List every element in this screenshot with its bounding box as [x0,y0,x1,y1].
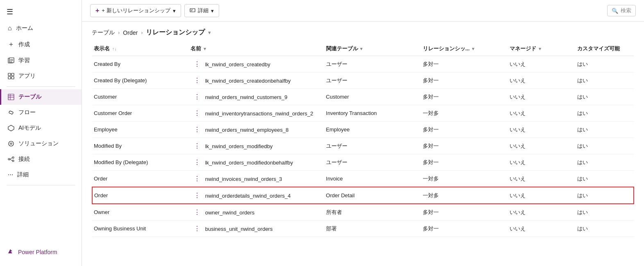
table-row[interactable]: Order ⋮ nwind_invoices_nwind_orders_3 In… [92,171,634,187]
cell-managed: いいえ [508,56,576,72]
details-icon: ··· [8,171,13,178]
power-platform-item[interactable]: Power Platform [7,244,75,259]
col-header-relationship-type[interactable]: リレーションシッ... ▾ [421,42,508,56]
svg-point-16 [8,158,10,160]
table-row[interactable]: Customer Order ⋮ nwind_inventorytransact… [92,105,634,122]
table-row[interactable]: Owner ⋮ owner_nwind_orders 所有者 多対一 いいえ は… [92,204,634,221]
sidebar-item-ai-models[interactable]: AIモデル [0,120,82,136]
sidebar-item-details[interactable]: ··· 詳細 [0,167,82,183]
cell-name: ⋮ lk_nwind_orders_modifiedonbehalfby [189,154,324,171]
table-row[interactable]: Owning Business Unit ⋮ business_unit_nwi… [92,221,634,237]
cell-managed: いいえ [508,171,576,187]
table-row[interactable]: Order ⋮ nwind_orderdetails_nwind_orders_… [92,187,634,204]
cell-managed: いいえ [508,187,576,204]
cell-display-name: Owner [92,204,189,221]
row-dots-menu[interactable]: ⋮ [190,126,204,133]
row-dots-menu[interactable]: ⋮ [190,93,204,100]
sidebar-item-tables[interactable]: テーブル [0,89,82,105]
cell-display-name: Customer Order [92,105,189,122]
col-header-managed[interactable]: マネージド ▾ [508,42,576,56]
table-row[interactable]: Modified By ⋮ lk_nwind_orders_modifiedby… [92,138,634,154]
sidebar-item-label: 詳細 [17,171,29,178]
row-dots-menu[interactable]: ⋮ [190,142,204,149]
relationships-table: 表示名 ↑↓ 名前 ▾ 関連テーブル ▾ リレーションシッ... ▾ [92,42,634,237]
cell-display-name: Created By (Delegate) [92,72,189,89]
row-dots-menu[interactable]: ⋮ [190,61,204,68]
plus-icon: + [95,7,99,14]
cell-name: ⋮ lk_nwind_orders_createdonbehalfby [189,72,324,89]
cell-display-name: Order [92,187,189,204]
search-box[interactable]: 🔍 検索 [607,5,636,16]
breadcrumb-dropdown-icon[interactable]: ▾ [208,29,211,36]
breadcrumb-current: リレーションシップ [146,28,205,37]
cell-display-name: Modified By [92,138,189,154]
col-header-name[interactable]: 名前 ▾ [189,42,324,56]
cell-managed: いいえ [508,154,576,171]
svg-point-15 [10,143,12,144]
ai-models-icon [8,125,14,131]
new-relationship-button[interactable]: + + 新しいリレーションシップ ▾ [90,4,181,17]
table-row[interactable]: Employee ⋮ nwind_orders_nwind_employees_… [92,122,634,138]
cell-customizable: はい [576,221,634,237]
breadcrumb-order[interactable]: Order [123,29,138,36]
row-dots-menu[interactable]: ⋮ [190,110,204,117]
cell-customizable: はい [576,187,634,204]
svg-line-19 [10,158,12,160]
table-row[interactable]: Created By (Delegate) ⋮ lk_nwind_orders_… [92,72,634,89]
breadcrumb-chevron-1: › [118,29,120,36]
cell-customizable: はい [576,89,634,105]
cell-customizable: はい [576,122,634,138]
col-header-related-table[interactable]: 関連テーブル ▾ [324,42,421,56]
new-relationship-chevron: ▾ [173,8,176,14]
details-button[interactable]: 詳細 ▾ [184,4,219,17]
menu-icon[interactable]: ☰ [0,3,82,20]
sidebar-item-apps[interactable]: アプリ [0,68,82,84]
sidebar-item-learn[interactable]: 学習 [0,53,82,68]
cell-related-table: 部署 [324,221,421,237]
cell-name: ⋮ owner_nwind_orders [189,204,324,221]
row-dots-menu[interactable]: ⋮ [190,159,204,166]
cell-customizable: はい [576,138,634,154]
cell-name: ⋮ nwind_inventorytransactions_nwind_orde… [189,105,324,122]
topbar: + + 新しいリレーションシップ ▾ 詳細 ▾ 🔍 検索 [82,0,644,22]
sidebar-item-flows[interactable]: フロー [0,105,82,120]
chevron-icon-managed: ▾ [539,46,541,51]
cell-related-table: Employee [324,122,421,138]
sidebar-item-label: フロー [18,109,36,116]
breadcrumb-tables[interactable]: テーブル [92,29,115,36]
sidebar-item-home[interactable]: ⌂ ホーム [0,20,82,36]
chevron-icon-name: ▾ [204,46,206,51]
power-platform-icon [7,248,14,256]
sidebar-item-connections[interactable]: 接続 [0,151,82,167]
sidebar-item-solutions[interactable]: ソリューション [0,136,82,151]
svg-point-17 [12,157,14,158]
flows-icon [8,109,14,116]
cell-display-name: Employee [92,122,189,138]
cell-managed: いいえ [508,105,576,122]
row-dots-menu[interactable]: ⋮ [190,209,204,216]
cell-display-name: Modified By (Delegate) [92,154,189,171]
cell-managed: いいえ [508,89,576,105]
sidebar-item-create[interactable]: ＋ 作成 [0,36,82,53]
cell-related-table: ユーザー [324,56,421,72]
sidebar-item-label: テーブル [18,93,41,101]
table-row[interactable]: Modified By (Delegate) ⋮ lk_nwind_orders… [92,154,634,171]
row-dots-menu[interactable]: ⋮ [190,175,204,182]
table-row[interactable]: Customer ⋮ nwind_orders_nwind_customers_… [92,89,634,105]
row-dots-menu[interactable]: ⋮ [190,77,204,84]
sidebar-divider [7,86,75,87]
home-icon: ⌂ [8,25,12,32]
cell-customizable: はい [576,56,634,72]
main-content: + + 新しいリレーションシップ ▾ 詳細 ▾ 🔍 検索 [82,0,644,266]
cell-managed: いいえ [508,221,576,237]
col-header-display-name[interactable]: 表示名 ↑↓ [92,42,189,56]
connections-icon [8,156,14,162]
svg-line-20 [10,159,12,161]
table-row[interactable]: Created By ⋮ lk_nwind_orders_createdby ユ… [92,56,634,72]
cell-customizable: はい [576,171,634,187]
row-dots-menu[interactable]: ⋮ [190,192,204,199]
details-icon [190,7,195,14]
svg-rect-5 [8,73,11,76]
col-header-customizable[interactable]: カスタマイズ可能 [576,42,634,56]
row-dots-menu[interactable]: ⋮ [190,225,204,232]
